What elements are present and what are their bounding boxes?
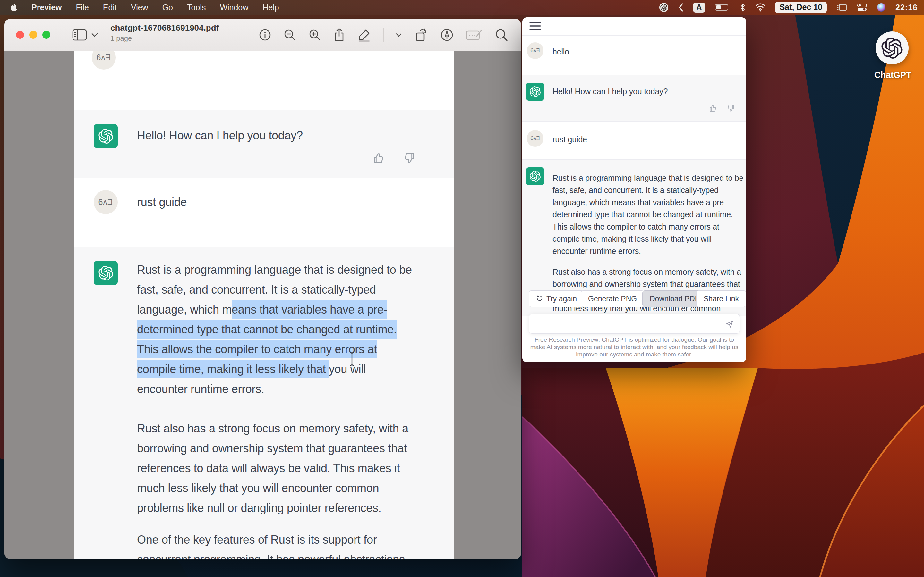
menubar-date[interactable]: Sat, Dec 10 [775, 2, 827, 13]
user-avatar-glyph: 6ʌƎ [530, 47, 540, 54]
form-fill-icon[interactable] [466, 29, 483, 41]
pdf-line: Rust is a programming language that is d… [137, 263, 412, 277]
pdf-assistant-greeting: Hello! How can I help you today? [137, 129, 303, 142]
pdf-page[interactable]: 6ʌƎ Hello! How can I help you today? [74, 51, 454, 559]
rotate-icon[interactable] [414, 28, 428, 42]
pdf-line: determined type that cannot be changed a… [137, 323, 397, 336]
pdf-paragraph-2: Rust also has a strong focus on memory s… [137, 419, 409, 518]
user-avatar: 6ʌƎ [94, 190, 118, 214]
menu-go[interactable]: Go [162, 3, 173, 12]
battery-icon[interactable] [715, 3, 730, 11]
pdf-line: fast, safe, and concurrent. It is a stat… [137, 283, 376, 297]
zoom-window-button[interactable] [42, 31, 50, 39]
retry-icon [536, 294, 543, 303]
preview-window: chatgpt-1670681691904.pdf 1 page [5, 19, 521, 559]
menu-view[interactable]: View [131, 3, 148, 12]
zoom-out-icon[interactable] [283, 29, 296, 41]
selected-text: eans that variables have a pre- [232, 300, 387, 319]
pdf-user-prompt: rust guide [137, 195, 187, 209]
wifi-icon[interactable] [755, 3, 766, 11]
try-again-button[interactable]: Try again [529, 290, 584, 307]
document-title: chatgpt-1670681691904.pdf [110, 23, 219, 33]
chat-assistant-section-1: Hello! How can I help you today? [522, 75, 746, 122]
share-link-button[interactable]: Share Link [696, 290, 746, 307]
preview-title-bar[interactable]: chatgpt-1670681691904.pdf 1 page [5, 19, 521, 51]
close-button[interactable] [16, 31, 24, 39]
chat-assistant-para-1: Rust is a programming language that is d… [552, 172, 743, 257]
share-icon[interactable] [333, 28, 345, 42]
generate-png-label: Generate PNG [588, 295, 637, 303]
menu-window[interactable]: Window [220, 3, 248, 12]
markup-pen-icon[interactable] [357, 28, 371, 42]
screen-mirroring-icon[interactable] [837, 3, 847, 11]
thumbs-down-icon[interactable] [402, 152, 415, 166]
selected-text: compile time, making it less likely that [137, 360, 329, 378]
chevron-left-status-icon[interactable] [678, 3, 683, 12]
text-cursor [349, 352, 355, 366]
thumbs-down-icon[interactable] [726, 104, 735, 114]
menu-tools[interactable]: Tools [187, 3, 206, 12]
apple-menu-icon[interactable] [10, 3, 17, 12]
search-icon[interactable] [495, 28, 508, 42]
menu-file[interactable]: File [76, 3, 89, 12]
chat-user-msg-1: hello [552, 45, 569, 58]
pdf-line: language, which means that variables hav… [137, 303, 387, 316]
document-page-count: 1 page [110, 34, 219, 43]
chatgpt-icon-label: ChatGPT [874, 70, 909, 80]
menu-edit[interactable]: Edit [103, 3, 117, 12]
pdf-line: encounter runtime errors. [137, 382, 264, 396]
chatgpt-window: 6ʌƎ hello Hello! How can I help you toda… [522, 17, 746, 362]
message-input[interactable] [529, 314, 740, 334]
pdf-assistant-section-1: Hello! How can I help you today? [74, 110, 454, 178]
generate-png-button[interactable]: Generate PNG [581, 290, 644, 307]
pdf-line: compile time, making it less likely that… [137, 363, 366, 376]
pdf-assistant-section-2: Rust is a programming language that is d… [74, 247, 454, 559]
menu-app-name[interactable]: Preview [31, 3, 62, 12]
menu-bar: Preview File Edit View Go Tools Window H… [0, 0, 924, 15]
chatgpt-avatar [94, 124, 118, 148]
menu-help[interactable]: Help [262, 3, 279, 12]
bluetooth-icon[interactable] [740, 3, 746, 12]
text-segment: you will [329, 363, 366, 376]
pdf-line: This allows the compiler to catch many e… [137, 343, 377, 356]
sidebar-chevron-down-icon[interactable] [91, 33, 98, 37]
chat-assistant-para-2: Rust also has a strong focus on memory s… [552, 266, 741, 314]
text-segment: language, which m [137, 303, 232, 316]
chatgpt-avatar [526, 83, 544, 101]
user-avatar: 6ʌƎ [527, 42, 543, 59]
send-icon[interactable] [725, 320, 734, 330]
menubar-clock[interactable]: 22:16 [895, 3, 918, 12]
pdf-canvas[interactable]: 6ʌƎ Hello! How can I help you today? [5, 51, 521, 559]
feedback-icons [373, 152, 415, 166]
thumbs-up-icon[interactable] [373, 152, 386, 166]
annotate-pen-icon[interactable] [440, 28, 454, 42]
toolbar-divider [383, 28, 384, 42]
user-avatar-glyph: 6ʌƎ [530, 135, 540, 142]
user-avatar-glyph: 6ʌƎ [96, 53, 111, 62]
pdf-paragraph-3: One of the key features of Rust is its s… [137, 530, 408, 559]
user-avatar: 6ʌƎ [527, 130, 543, 147]
chatgpt-app-icon [876, 31, 909, 64]
hamburger-menu-icon[interactable] [529, 21, 541, 32]
chat-user-msg-2: rust guide [552, 133, 587, 145]
control-center-icon[interactable] [857, 3, 867, 11]
try-again-label: Try again [546, 295, 577, 303]
chatgpt-avatar [94, 261, 118, 285]
minimize-button[interactable] [29, 31, 37, 39]
sidebar-toggle-icon[interactable] [72, 29, 87, 41]
chat-assistant-greeting: Hello! How can I help you today? [552, 85, 668, 97]
zoom-in-icon[interactable] [309, 29, 321, 41]
thumbs-up-icon[interactable] [709, 104, 718, 114]
user-avatar-glyph: 6ʌƎ [98, 197, 113, 207]
info-icon[interactable] [259, 29, 271, 41]
chatgpt-desktop-icon[interactable]: ChatGPT [874, 31, 909, 83]
divider [522, 35, 746, 35]
openai-status-icon[interactable] [659, 3, 669, 12]
markup-chevron-icon[interactable] [396, 33, 402, 37]
siri-icon[interactable] [877, 3, 886, 12]
selected-text: determined type that cannot be changed a… [137, 320, 397, 338]
footer-disclaimer: Free Research Preview: ChatGPT is optimi… [529, 336, 740, 358]
share-link-label: Share Link [704, 295, 739, 303]
chatgpt-avatar [526, 167, 544, 185]
input-source-icon[interactable]: A [693, 3, 705, 13]
